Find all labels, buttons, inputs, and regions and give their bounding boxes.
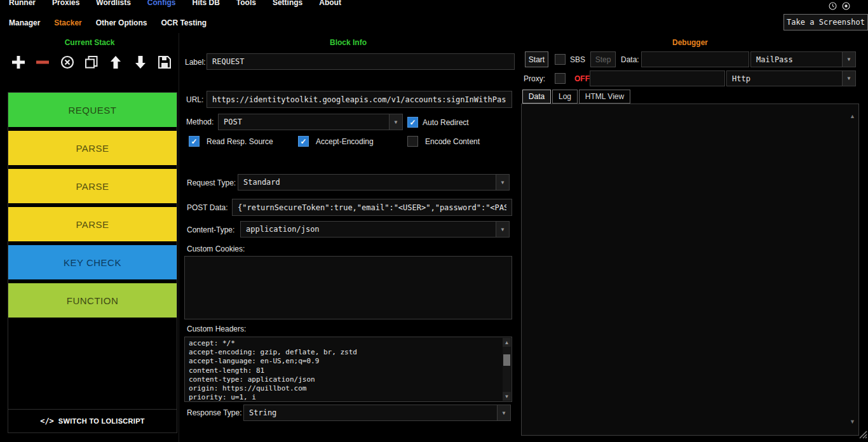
switch-label: SWITCH TO LOLISCRIPT	[58, 417, 145, 425]
debugger-title: Debugger	[521, 38, 859, 47]
submenu-manager[interactable]: Manager	[9, 18, 40, 27]
custom-headers-textarea[interactable]: accept: */* accept-encoding: gzip, defla…	[184, 337, 512, 402]
proxy-type-dropdown[interactable]: Http	[726, 70, 856, 86]
tab-log[interactable]: Log	[552, 90, 578, 104]
tab-html-view[interactable]: HTML View	[579, 90, 630, 104]
clock-icon[interactable]	[829, 1, 837, 13]
scroll-down-icon[interactable]: ▼	[850, 419, 855, 425]
switch-to-loliscript-button[interactable]: </> SWITCH TO LOLISCRIPT	[8, 409, 177, 432]
accept-encoding-checkbox[interactable]	[298, 136, 309, 147]
custom-cookies-label: Custom Cookies:	[187, 244, 245, 253]
chevron-down-icon	[842, 52, 855, 67]
content-type-dropdown[interactable]: application/json	[240, 221, 510, 238]
take-screenshot-button[interactable]: Take a Screenshot	[783, 14, 868, 30]
arrow-up-icon	[108, 55, 123, 70]
submenu-other-options[interactable]: Other Options	[96, 18, 147, 27]
scrollbar-thumb[interactable]	[503, 354, 510, 366]
main-menubar: Runner Proxies Wordlists Configs Hits DB…	[0, 0, 868, 10]
stack-block-parse-2[interactable]: PARSE	[8, 169, 177, 203]
current-stack-title: Current Stack	[0, 38, 179, 47]
content-type-value: application/json	[241, 225, 496, 234]
custom-cookies-value	[185, 257, 512, 260]
encode-content-checkbox[interactable]	[407, 136, 418, 147]
menu-hitsdb[interactable]: Hits DB	[192, 0, 219, 7]
scroll-up-icon[interactable]: ▲	[850, 113, 855, 119]
plus-icon	[11, 55, 26, 70]
menu-wordlists[interactable]: Wordlists	[96, 0, 130, 7]
stack-block-keycheck[interactable]: KEY CHECK	[8, 245, 177, 279]
request-type-dropdown[interactable]: Standard	[238, 174, 510, 191]
move-up-button[interactable]	[107, 54, 124, 70]
stack-block-function[interactable]: FUNCTION	[8, 283, 177, 318]
post-data-input[interactable]	[232, 199, 512, 216]
wordlist-type-value: MailPass	[751, 55, 842, 64]
block-info-title: Block Info	[181, 38, 515, 47]
clone-block-button[interactable]	[83, 54, 100, 70]
titlebar-icons	[829, 1, 850, 13]
block-label: PARSE	[76, 219, 109, 230]
menu-configs[interactable]: Configs	[147, 0, 176, 7]
headers-scrollbar[interactable]	[503, 338, 511, 401]
custom-headers-label: Custom Headers:	[187, 325, 246, 333]
scroll-up-icon[interactable]	[503, 338, 511, 347]
menu-runner[interactable]: Runner	[9, 0, 36, 7]
tab-data[interactable]: Data	[522, 90, 551, 104]
sbs-label: SBS	[570, 55, 585, 64]
auto-redirect-checkbox[interactable]	[407, 117, 418, 128]
menu-proxies[interactable]: Proxies	[52, 0, 79, 7]
move-down-button[interactable]	[132, 54, 149, 70]
data-label: Data:	[621, 55, 639, 64]
menu-settings[interactable]: Settings	[273, 0, 302, 7]
proxy-checkbox[interactable]	[555, 73, 566, 84]
disable-block-button[interactable]	[59, 54, 76, 70]
proxy-type-value: Http	[727, 74, 842, 83]
submenu-ocr-testing[interactable]: OCR Testing	[161, 18, 207, 27]
add-block-button[interactable]	[10, 54, 27, 70]
x-circle-icon	[60, 55, 75, 70]
method-dropdown[interactable]: POST	[218, 114, 403, 130]
wordlist-type-dropdown[interactable]: MailPass	[750, 51, 856, 67]
minus-icon	[35, 55, 50, 70]
save-icon	[157, 55, 172, 70]
debugger-output[interactable]: ▲ ▼	[521, 104, 859, 436]
menu-tools[interactable]: Tools	[236, 0, 256, 7]
encode-content-label: Encode Content	[425, 137, 480, 146]
custom-headers-value: accept: */* accept-encoding: gzip, defla…	[185, 337, 502, 401]
submenu-stacker[interactable]: Stacker	[54, 18, 81, 27]
post-data-label: POST Data:	[187, 203, 227, 212]
label-field-label: Label:	[185, 58, 206, 67]
configs-submenu: Manager Stacker Other Options OCR Testin…	[0, 14, 868, 32]
url-input[interactable]	[207, 91, 512, 108]
save-config-button[interactable]	[156, 54, 173, 70]
chevron-down-icon	[496, 222, 509, 237]
step-button[interactable]: Step	[590, 51, 616, 67]
read-resp-source-checkbox[interactable]	[189, 136, 200, 147]
stack-list: REQUEST PARSE PARSE PARSE KEY CHECK FUNC…	[8, 92, 177, 433]
url-field-label: URL:	[186, 95, 203, 104]
resize-grip-icon[interactable]	[858, 430, 867, 441]
block-label: FUNCTION	[67, 295, 119, 306]
copy-icon	[84, 55, 99, 70]
record-icon[interactable]	[842, 1, 850, 13]
method-label: Method:	[186, 117, 214, 126]
proxy-input[interactable]	[590, 70, 725, 86]
scroll-down-icon[interactable]	[503, 392, 511, 401]
block-label: PARSE	[76, 143, 109, 154]
stack-block-parse-1[interactable]: PARSE	[8, 131, 177, 165]
start-button[interactable]: Start	[525, 51, 548, 67]
label-input[interactable]	[207, 53, 515, 70]
remove-block-button[interactable]	[34, 54, 51, 70]
left-panel-divider	[179, 33, 179, 442]
proxy-status: OFF	[574, 74, 590, 83]
stack-block-parse-3[interactable]: PARSE	[8, 207, 177, 241]
arrow-down-icon	[133, 55, 148, 70]
response-type-dropdown[interactable]: String	[243, 405, 511, 421]
stack-block-request[interactable]: REQUEST	[8, 93, 177, 127]
menu-about[interactable]: About	[319, 0, 341, 7]
tab-label: Log	[559, 92, 571, 101]
custom-cookies-textarea[interactable]	[184, 256, 512, 319]
debug-data-input[interactable]	[641, 51, 749, 67]
response-type-value: String	[244, 408, 497, 417]
sbs-checkbox[interactable]	[555, 54, 566, 65]
request-type-label: Request Type:	[187, 178, 236, 187]
